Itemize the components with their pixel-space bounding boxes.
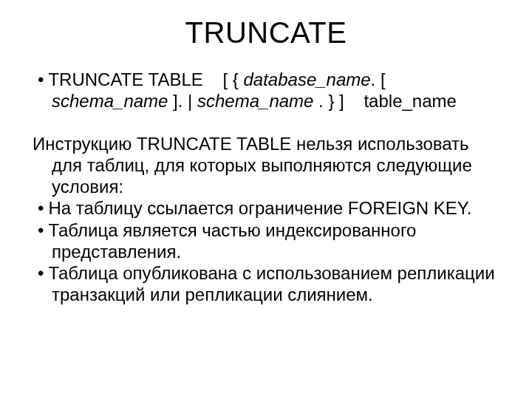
slide-title: TRUNCATE — [33, 16, 499, 50]
list-item-text: На таблицу ссылается ограничение FOREIGN… — [48, 198, 471, 218]
syntax-schema-name-2: schema_name — [197, 91, 313, 111]
syntax-mid2: ]. | — [168, 91, 197, 111]
bullet-icon: • — [38, 263, 48, 283]
syntax-mid1: . [ — [371, 69, 386, 89]
syntax-lead: TRUNCATE TABLE [ { — [48, 69, 243, 89]
syntax-schema-name-1: schema_name — [52, 91, 168, 111]
content-block: •TRUNCATE TABLE [ { database_name. [ sch… — [33, 69, 499, 306]
list-item-text: Таблица является частью индексированного… — [48, 220, 416, 262]
list-item: •На таблицу ссылается ограничение FOREIG… — [33, 197, 499, 219]
syntax-line: •TRUNCATE TABLE [ { database_name. [ sch… — [33, 69, 499, 112]
bullet-icon: • — [38, 198, 48, 218]
slide: TRUNCATE •TRUNCATE TABLE [ { database_na… — [0, 0, 532, 399]
list-item-text: Таблица опубликована с использованием ре… — [48, 263, 494, 304]
bullet-icon: • — [38, 69, 48, 89]
intro-paragraph: Инструкцию TRUNCATE TABLE нельзя использ… — [33, 133, 499, 198]
bullet-icon: • — [38, 220, 48, 240]
list-item: •Таблица опубликована с использованием р… — [33, 262, 499, 306]
syntax-mid3: . } ] table_name — [313, 91, 456, 111]
syntax-database-name: database_name — [243, 69, 370, 89]
list-item: •Таблица является частью индексированног… — [33, 219, 499, 263]
